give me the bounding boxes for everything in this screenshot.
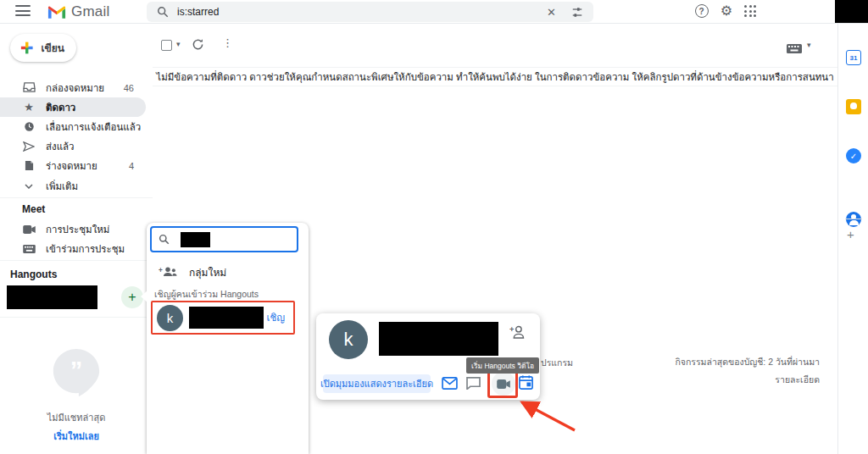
help-icon[interactable]: ?	[695, 4, 709, 18]
sidebar-item-label: ร่างจดหมาย	[46, 158, 97, 174]
right-side-panel: 31 ✓ +	[837, 24, 868, 454]
unread-count: 46	[124, 83, 134, 93]
redacted-contact-card-name	[379, 322, 498, 356]
details-link[interactable]: รายละเอียด	[775, 373, 820, 387]
sidebar-divider	[0, 260, 153, 261]
refresh-icon[interactable]	[192, 38, 204, 54]
google-apps-icon[interactable]	[744, 5, 756, 17]
clear-search-icon[interactable]: ✕	[547, 6, 556, 19]
contact-card-avatar: k	[329, 320, 368, 359]
hangouts-section-header: Hangouts	[10, 269, 57, 280]
sidebar-item-snoozed[interactable]: เลื่อนการแจ้งเตือนแล้ว	[0, 117, 146, 136]
open-detail-view-button[interactable]: เปิดมุมมองแสดงรายละเอียด	[323, 374, 431, 393]
inbox-icon	[22, 82, 36, 93]
hangouts-bubble-icon: ”	[50, 346, 103, 398]
sidebar-item-label: ส่งแล้ว	[46, 139, 75, 154]
sidebar-item-more[interactable]: เพิ่มเติม	[0, 176, 146, 196]
video-call-icon	[497, 379, 510, 389]
redacted-search-query	[181, 232, 210, 247]
add-person-icon[interactable]: +	[509, 325, 525, 342]
more-options-icon[interactable]: ⋮	[222, 36, 233, 49]
compose-label: เขียน	[41, 40, 64, 56]
no-chats-text: ไม่มีแชทล่าสุด	[0, 410, 153, 425]
tasks-app-icon[interactable]: ✓	[846, 148, 861, 163]
meet-section-header: Meet	[22, 203, 45, 215]
contact-avatar: k	[157, 305, 183, 331]
sidebar-item-label: เลื่อนการแจ้งเตือนแล้ว	[46, 119, 141, 135]
video-camera-icon	[22, 225, 36, 234]
footer-partial-text: ปรแกรม	[541, 356, 573, 370]
gmail-m-icon	[47, 5, 66, 19]
compose-button[interactable]: เขียน	[10, 34, 76, 62]
schedule-icon[interactable]	[519, 375, 533, 393]
sidebar-item-label: เพิ่มเติม	[46, 179, 78, 194]
hangouts-contact-search-popup: + กลุ่มใหม่ เชิญผู้คนเข้าร่วม Hangouts k…	[147, 223, 309, 454]
group-add-icon: +	[159, 266, 177, 278]
invite-link[interactable]: เชิญ	[266, 310, 285, 325]
search-bar[interactable]: ✕	[147, 2, 593, 22]
popup-pointer	[141, 291, 147, 302]
email-icon[interactable]	[442, 377, 458, 393]
multicolor-plus-icon	[20, 41, 33, 55]
chevron-down-icon	[22, 184, 36, 189]
meet-new-meeting[interactable]: การประชุมใหม่	[0, 219, 146, 239]
hangouts-empty-state: ” ไม่มีแชทล่าสุด เริ่มใหม่เลย	[0, 346, 153, 444]
start-new-chat-link[interactable]: เริ่มใหม่เลย	[0, 429, 153, 444]
contacts-app-icon[interactable]	[846, 212, 861, 227]
sidebar-item-sent[interactable]: ส่งแล้ว	[0, 136, 146, 156]
redacted-contact-name	[189, 307, 264, 329]
panel-divider	[845, 219, 862, 219]
sidebar-item-label: ติดดาว	[46, 100, 75, 115]
meet-join-meeting[interactable]: เข้าร่วมการประชุม	[0, 239, 146, 258]
keep-app-icon[interactable]	[846, 99, 861, 114]
last-account-activity: กิจกรรมล่าสุดของบัญชี: 2 วันที่ผ่านมา	[675, 355, 820, 369]
search-input[interactable]	[177, 6, 547, 18]
app-title: Gmail	[71, 3, 109, 20]
svg-text:”: ”	[70, 357, 83, 384]
redacted-hangouts-user[interactable]	[7, 285, 97, 309]
new-group-label: กลุ่มใหม่	[189, 264, 226, 280]
draft-icon	[22, 160, 36, 171]
sidebar: เขียน กล่องจดหมาย 46 ★ ติดดาว เลื่อนการแ…	[0, 24, 153, 454]
search-icon	[157, 6, 169, 18]
video-call-button[interactable]	[492, 372, 515, 396]
svg-text:+: +	[159, 267, 163, 274]
header: Gmail ✕ ? ⚙	[0, 0, 868, 24]
input-tools-dropdown-icon[interactable]: ▾	[807, 41, 811, 49]
search-icon	[159, 234, 170, 245]
sidebar-item-drafts[interactable]: ร่างจดหมาย 4	[0, 156, 146, 175]
redacted-account-avatar[interactable]	[835, 0, 868, 23]
meet-item-label: เข้าร่วมการประชุม	[46, 241, 125, 257]
select-dropdown-icon[interactable]: ▾	[176, 40, 181, 48]
sidebar-item-inbox[interactable]: กล่องจดหมาย 46	[0, 78, 146, 97]
clock-icon	[22, 121, 36, 132]
input-tools-icon[interactable]	[787, 42, 802, 57]
gmail-window: Gmail ✕ ? ⚙ 31 ✓ +	[0, 0, 868, 454]
gmail-logo: Gmail	[47, 3, 109, 20]
sidebar-item-label: กล่องจดหมาย	[46, 80, 104, 96]
chat-icon[interactable]	[466, 377, 481, 393]
menu-icon[interactable]	[15, 5, 31, 18]
svg-text:+: +	[509, 325, 515, 334]
empty-starred-banner: ไม่มีข้อความที่ติดดาว ดาวช่วยให้คุณกำหนด…	[153, 67, 837, 86]
get-addons-icon[interactable]: +	[847, 227, 854, 241]
new-group-item[interactable]: + กลุ่มใหม่	[147, 260, 309, 284]
sidebar-divider	[0, 197, 153, 198]
contact-result-row[interactable]: k เชิญ	[151, 301, 295, 335]
calendar-app-icon[interactable]: 31	[846, 50, 861, 65]
draft-count: 4	[129, 161, 134, 171]
contact-search-field[interactable]	[150, 226, 298, 252]
sidebar-item-starred[interactable]: ★ ติดดาว	[0, 97, 146, 117]
contact-hover-card: k + เปิดมุมมองแสดงรายละเอียด	[316, 313, 540, 400]
keyboard-icon	[22, 245, 36, 253]
send-icon	[22, 141, 36, 152]
select-all-checkbox[interactable]	[161, 40, 172, 51]
search-options-icon[interactable]	[571, 7, 583, 18]
header-actions: ? ⚙	[695, 4, 756, 18]
meet-item-label: การประชุมใหม่	[46, 222, 109, 237]
video-call-tooltip: เริ่ม Hangouts วิดีโอ	[466, 357, 539, 374]
invite-section-label: เชิญผู้คนเข้าร่วม Hangouts	[154, 287, 259, 302]
star-icon: ★	[22, 101, 36, 114]
settings-gear-icon[interactable]: ⚙	[721, 4, 732, 18]
sidebar-divider	[0, 317, 153, 318]
